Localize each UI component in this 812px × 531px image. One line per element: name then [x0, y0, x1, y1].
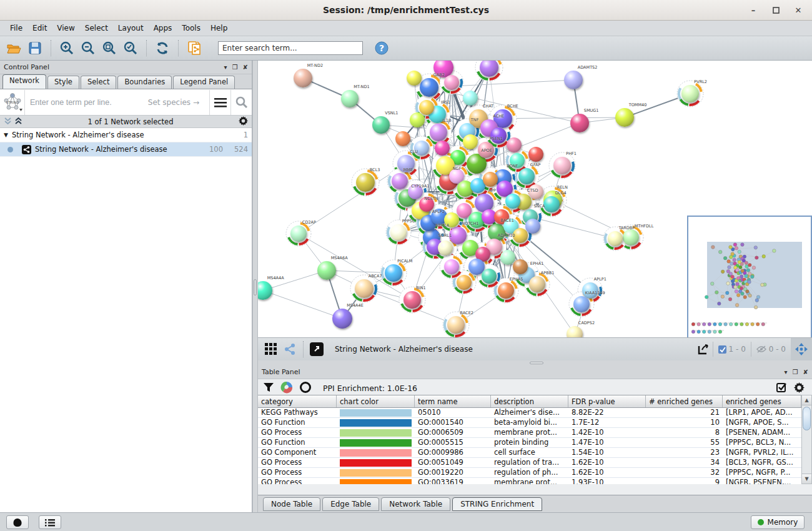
export-network-icon[interactable]	[694, 340, 713, 359]
save-icon[interactable]	[26, 39, 44, 57]
panel-close-icon[interactable]: ✘	[243, 64, 248, 71]
network-node[interactable]	[482, 269, 497, 284]
table-splitter[interactable]	[258, 360, 812, 365]
network-node-kiaa1149[interactable]	[573, 296, 590, 312]
clone-network-icon[interactable]	[186, 39, 203, 57]
network-view-canvas[interactable]: MT-ND2MT-ND1VSNL1CD2APMS4A6AMS4A4AMS4A4E…	[258, 61, 812, 337]
network-node-bin1[interactable]	[404, 291, 421, 309]
menu-file[interactable]: File	[5, 22, 27, 34]
network-node[interactable]	[457, 275, 472, 290]
network-node[interactable]	[505, 194, 520, 209]
network-node-pvrl2[interactable]	[681, 85, 699, 102]
network-node[interactable]	[483, 172, 498, 187]
task-history-button[interactable]	[39, 515, 61, 529]
menu-apps[interactable]: Apps	[149, 22, 177, 34]
panel-menu-icon[interactable]: ▾	[224, 64, 227, 71]
network-node-bace2[interactable]	[447, 316, 465, 334]
network-node-mme[interactable]	[392, 173, 408, 189]
network-node-mt-nd1[interactable]	[341, 90, 359, 107]
scroll-thumb[interactable]	[803, 407, 811, 430]
open-in-window-icon[interactable]	[307, 340, 326, 359]
tab-network-table[interactable]: Network Table	[381, 497, 450, 511]
menu-view[interactable]: View	[52, 22, 79, 34]
network-navigator-panel[interactable]	[687, 216, 812, 337]
network-node[interactable]	[438, 241, 453, 256]
network-row[interactable]: String Network - Alzheimer's disease 100…	[0, 142, 252, 157]
table-row[interactable]: GO ComponentGO:0009986cell surface1.54E-…	[258, 448, 801, 458]
help-icon[interactable]: ?	[373, 39, 390, 57]
network-node[interactable]	[463, 91, 478, 106]
refresh-icon[interactable]	[154, 39, 171, 57]
column-header-category[interactable]: category	[258, 395, 337, 407]
minimize-button[interactable]: –	[745, 3, 762, 18]
panel-float-icon[interactable]: ❒	[232, 64, 238, 71]
menu-select[interactable]: Select	[80, 22, 113, 34]
network-node-abca7[interactable]	[355, 279, 374, 298]
network-node-il1b[interactable]	[430, 124, 447, 141]
network-node[interactable]	[444, 75, 459, 90]
select-columns-icon[interactable]	[776, 382, 788, 395]
ring-icon[interactable]	[299, 381, 312, 395]
chart-donut-icon[interactable]	[280, 381, 293, 395]
menu-edit[interactable]: Edit	[27, 22, 52, 34]
network-node-tomm40[interactable]	[615, 108, 634, 127]
column-header-enriched-genes[interactable]: enriched genes	[723, 395, 801, 407]
tab-network[interactable]: Network	[2, 74, 46, 89]
table-row[interactable]: GO FunctionGO:0005515protein binding1.47…	[258, 438, 801, 448]
network-node-gfap[interactable]	[518, 168, 535, 184]
network-node-bcl3[interactable]	[356, 173, 375, 192]
panel-splitter[interactable]	[252, 61, 258, 512]
network-node[interactable]	[513, 259, 528, 274]
table-row[interactable]: GO FunctionGO:0001540beta-amyloid bi...1…	[258, 418, 801, 428]
network-node[interactable]	[407, 71, 422, 86]
table-panel-menu-icon[interactable]: ▾	[785, 369, 788, 375]
tab-string-enrichment[interactable]: STRING Enrichment	[452, 497, 542, 511]
network-node[interactable]	[500, 250, 515, 265]
tab-edge-table[interactable]: Edge Table	[322, 497, 379, 511]
string-options-icon[interactable]	[209, 90, 230, 115]
tab-boundaries[interactable]: Boundaries	[117, 76, 172, 89]
column-header-description[interactable]: description	[491, 395, 568, 407]
network-node-adamts2[interactable]	[564, 71, 583, 89]
table-panel-close-icon[interactable]: ✘	[803, 369, 808, 375]
menu-help[interactable]: Help	[205, 22, 232, 34]
column-header-term-name[interactable]: term name	[415, 395, 491, 407]
zoom-out-icon[interactable]	[79, 39, 97, 57]
network-node-ms4a6a[interactable]	[317, 261, 336, 280]
zoom-in-icon[interactable]	[58, 39, 76, 57]
zoom-selected-icon[interactable]	[122, 39, 139, 57]
zoom-fit-icon[interactable]	[101, 39, 118, 57]
network-node-mthfdll[interactable]	[623, 229, 639, 246]
share-network-icon[interactable]	[280, 340, 299, 359]
network-node[interactable]	[528, 147, 543, 162]
scroll-up-icon[interactable]: ▲	[802, 395, 811, 405]
search-input[interactable]	[218, 41, 363, 55]
network-node[interactable]	[395, 131, 410, 146]
collapse-all-icon[interactable]	[4, 117, 12, 127]
network-node[interactable]	[435, 141, 450, 156]
network-collection-row[interactable]: ▼ String Network - Alzheimer's disease 1	[0, 128, 252, 142]
network-node-mt-nd2[interactable]	[294, 69, 312, 87]
table-panel-float-icon[interactable]: ❒	[793, 369, 798, 375]
expand-all-icon[interactable]	[14, 117, 22, 127]
network-node-ms4a4e[interactable]	[332, 309, 352, 329]
network-node[interactable]	[419, 100, 434, 115]
network-node-dlg4[interactable]	[543, 196, 560, 212]
menu-tools[interactable]: Tools	[177, 22, 205, 34]
network-node-apbb1[interactable]	[529, 276, 545, 292]
tree-expand-icon[interactable]: ▼	[4, 132, 8, 138]
network-node-vsnl1[interactable]	[372, 116, 390, 134]
open-folder-icon[interactable]	[5, 39, 22, 57]
table-row[interactable]: GO ProcessGO:0033619membrane prot...1.93…	[258, 478, 801, 484]
maximize-button[interactable]	[767, 3, 785, 18]
tab-node-table[interactable]: Node Table	[263, 497, 320, 511]
column-header--enriched-genes[interactable]: # enriched genes	[646, 395, 723, 407]
string-logo-icon[interactable]: STRING	[0, 90, 25, 115]
tab-style[interactable]: Style	[47, 76, 79, 89]
table-row[interactable]: GO ProcessGO:0019220regulation of ph...1…	[258, 468, 801, 478]
birds-eye-toggle-icon[interactable]	[791, 338, 812, 361]
grid-view-icon[interactable]	[262, 340, 280, 359]
network-node-picalm[interactable]	[385, 264, 402, 282]
network-node-phf1[interactable]	[553, 157, 571, 174]
table-row[interactable]: GO ProcessGO:0051049regulation of tra...…	[258, 458, 801, 468]
